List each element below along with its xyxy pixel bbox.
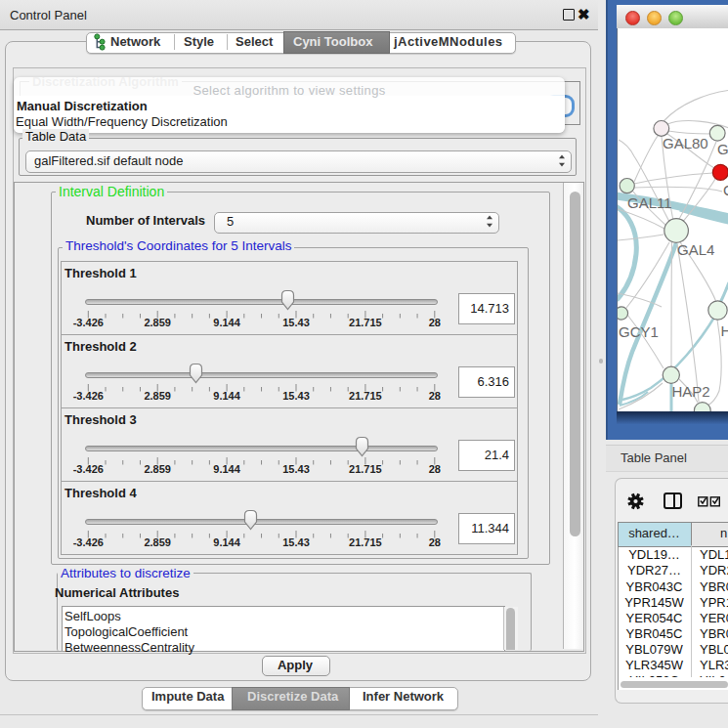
svg-text:HAP2: HAP2 [672,383,710,400]
svg-text:H: H [721,322,728,339]
svg-text:GA: GA [717,141,728,157]
svg-text:GCY1: GCY1 [619,323,659,340]
svg-text:GAL11: GAL11 [627,194,672,211]
svg-text:C: C [723,182,728,198]
svg-text:GAL80: GAL80 [663,135,708,151]
svg-text:GAL4: GAL4 [677,241,714,258]
